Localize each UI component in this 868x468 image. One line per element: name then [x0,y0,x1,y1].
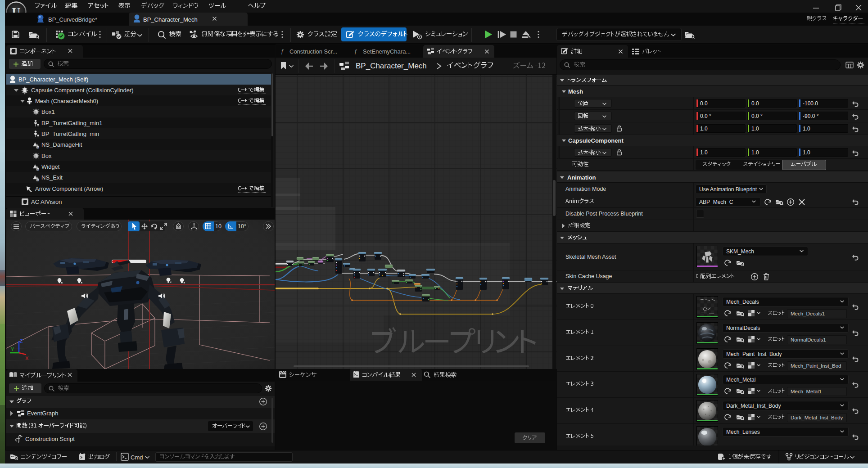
svg-text:Z: Z [20,338,23,344]
svg-text:Y: Y [11,346,14,352]
svg-text:N: N [37,179,39,182]
svg-text:f: f [355,48,357,54]
svg-text:f: f [281,48,284,54]
svg-text:X: X [25,356,29,361]
svg-text:N: N [37,168,39,171]
svg-text:N: N [37,146,39,149]
